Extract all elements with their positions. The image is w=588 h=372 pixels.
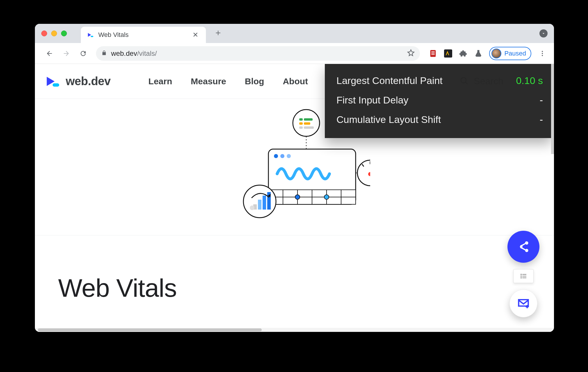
- page-content: web.dev Learn Measure Blog About Search: [35, 64, 554, 332]
- reload-button[interactable]: [76, 46, 90, 60]
- svg-point-43: [521, 274, 522, 275]
- bookmark-star-button[interactable]: [407, 49, 415, 58]
- window-close-button[interactable]: [41, 31, 47, 36]
- svg-rect-33: [258, 200, 261, 210]
- vitals-metric-value: 0.10 s: [516, 75, 543, 86]
- new-tab-button[interactable]: ＋: [212, 26, 224, 39]
- vitals-metric-name: Cumulative Layout Shift: [336, 114, 441, 125]
- svg-rect-4: [432, 54, 435, 55]
- svg-rect-2: [432, 51, 435, 52]
- vitals-metric-name: First Input Delay: [336, 94, 409, 106]
- svg-rect-34: [263, 196, 266, 210]
- share-button[interactable]: [507, 231, 539, 263]
- svg-point-29: [295, 195, 300, 199]
- url-host: web.dev: [111, 49, 137, 57]
- svg-rect-9: [53, 83, 59, 86]
- svg-rect-3: [432, 53, 435, 53]
- svg-point-47: [521, 278, 522, 278]
- svg-point-45: [521, 276, 522, 277]
- nav-learn[interactable]: Learn: [148, 76, 172, 86]
- tabs-dropdown-button[interactable]: [539, 29, 548, 37]
- web-vitals-overlay: Largest Contentful Paint 0.10 s First In…: [325, 64, 552, 138]
- window-minimize-button[interactable]: [51, 31, 57, 36]
- svg-rect-12: [299, 118, 303, 121]
- extensions-row: [428, 49, 483, 58]
- svg-point-6: [542, 51, 543, 52]
- tab-close-button[interactable]: ✕: [190, 30, 201, 40]
- subscribe-button[interactable]: [509, 289, 537, 317]
- browser-window: Web Vitals ✕ ＋: [35, 24, 554, 332]
- vitals-metric-name: Largest Contentful Paint: [336, 75, 443, 86]
- extension-icon-2[interactable]: [443, 49, 453, 58]
- page-scrollbar-horizontal[interactable]: [35, 328, 554, 332]
- forward-button[interactable]: [59, 46, 73, 60]
- svg-rect-0: [91, 36, 93, 37]
- window-maximize-button[interactable]: [61, 31, 67, 36]
- tab-title: Web Vitals: [98, 31, 129, 39]
- svg-rect-16: [299, 126, 303, 129]
- url-text: web.dev/vitals/: [111, 49, 157, 58]
- svg-point-19: [274, 154, 278, 158]
- page-scrollbar-vertical[interactable]: [551, 64, 554, 154]
- labs-flask-icon[interactable]: [473, 49, 483, 58]
- article-section: Web Vitals: [35, 235, 554, 314]
- site-brand-name: web.dev: [66, 75, 111, 88]
- nav-about[interactable]: About: [283, 76, 308, 86]
- window-controls: [40, 24, 69, 43]
- page-title: Web Vitals: [58, 273, 531, 303]
- scrollbar-thumb[interactable]: [38, 328, 262, 331]
- browser-toolbar: web.dev/vitals/: [35, 43, 554, 64]
- svg-point-21: [287, 154, 291, 158]
- svg-rect-14: [299, 122, 303, 125]
- svg-rect-13: [304, 118, 313, 121]
- tab-strip: Web Vitals ✕ ＋: [35, 24, 554, 43]
- extension-icon-1[interactable]: [428, 49, 438, 58]
- site-nav: Learn Measure Blog About: [148, 76, 308, 86]
- browser-menu-button[interactable]: [536, 47, 549, 60]
- svg-point-38: [357, 160, 370, 186]
- vitals-metric-value: -: [540, 114, 543, 125]
- url-path: /vitals/: [137, 49, 157, 57]
- lock-icon: [101, 50, 107, 57]
- svg-point-30: [324, 195, 329, 199]
- vitals-row-cls: Cumulative Layout Shift -: [336, 110, 543, 129]
- nav-measure[interactable]: Measure: [191, 76, 226, 86]
- webdev-logo-icon: [45, 74, 60, 89]
- fab-stack: [507, 231, 539, 317]
- avatar-icon: [491, 49, 501, 58]
- svg-point-36: [250, 205, 254, 210]
- address-bar[interactable]: web.dev/vitals/: [96, 46, 420, 61]
- back-button[interactable]: [42, 46, 56, 60]
- profile-status: Paused: [504, 50, 526, 57]
- svg-rect-17: [304, 126, 314, 129]
- vitals-row-fid: First Input Delay -: [336, 90, 543, 110]
- extensions-puzzle-icon[interactable]: [458, 49, 468, 58]
- vitals-metric-value: -: [540, 94, 543, 106]
- svg-rect-15: [304, 122, 310, 125]
- browser-tab[interactable]: Web Vitals ✕: [81, 27, 206, 43]
- svg-point-8: [542, 55, 543, 56]
- profile-chip[interactable]: Paused: [489, 47, 531, 60]
- toc-toggle-button[interactable]: [513, 269, 534, 283]
- nav-blog[interactable]: Blog: [245, 76, 264, 86]
- svg-point-20: [280, 154, 284, 158]
- vitals-row-lcp: Largest Contentful Paint 0.10 s: [336, 71, 543, 90]
- svg-point-7: [542, 53, 543, 54]
- site-brand[interactable]: web.dev: [45, 74, 111, 89]
- tab-favicon-icon: [87, 31, 94, 39]
